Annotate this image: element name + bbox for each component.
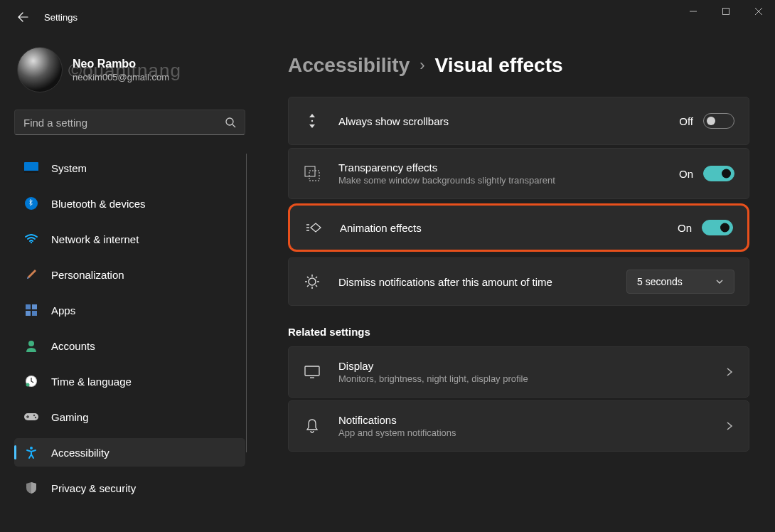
chevron-right-icon [725,421,734,431]
transparency-setting[interactable]: Transparency effects Make some window ba… [288,148,749,199]
setting-control: Off [679,113,734,129]
related-display[interactable]: Display Monitors, brightness, night ligh… [288,346,749,398]
sidebar-item-personalization[interactable]: Personalization [14,260,245,289]
setting-text: Dismiss notifications after this amount … [338,276,626,288]
minimize-button[interactable] [677,0,710,23]
titlebar: Settings [0,0,775,34]
sidebar: Neo Rambo neokim005@gmail.com ©ouänitnan… [0,34,252,532]
sidebar-item-bluetooth[interactable]: Bluetooth & devices [14,189,245,218]
search-input[interactable] [23,117,225,129]
breadcrumb-parent[interactable]: Accessibility [288,54,410,77]
toggle-state-label: On [679,168,693,180]
minimize-icon [690,8,697,15]
setting-text: Transparency effects Make some window ba… [338,161,679,186]
settings-window: Settings Neo Rambo neokim005@gmail.com © [0,0,775,532]
transparency-icon [303,166,321,181]
sidebar-item-system[interactable]: System [14,154,245,182]
related-settings-header: Related settings [288,326,749,338]
sidebar-item-label: Time & language [51,376,132,388]
setting-title: Animation effects [340,222,678,234]
setting-text: Animation effects [340,222,678,234]
chevron-right-icon: › [419,56,424,75]
svg-rect-6 [26,304,31,309]
svg-point-15 [33,415,35,416]
sidebar-item-accounts[interactable]: Accounts [14,331,245,360]
svg-rect-19 [305,166,315,176]
setting-control: 5 seconds [626,270,734,294]
sidebar-item-label: System [51,162,87,174]
brush-icon [24,267,38,282]
sidebar-item-accessibility[interactable]: Accessibility [14,438,245,467]
sidebar-item-label: Bluetooth & devices [51,198,146,210]
sidebar-item-label: Apps [51,304,75,316]
scrollbars-toggle[interactable] [703,113,734,129]
svg-point-5 [31,242,32,243]
scrollbars-icon [303,112,321,129]
close-button[interactable] [742,0,775,23]
window-controls [677,0,775,23]
accessibility-icon [24,445,38,459]
back-button[interactable] [13,7,33,27]
chevron-right-icon [725,367,734,377]
svg-rect-8 [26,311,31,316]
sidebar-item-label: Accounts [51,340,95,352]
sidebar-item-label: Personalization [51,269,124,281]
svg-rect-0 [723,9,729,15]
setting-title: Notifications [338,414,725,426]
animation-icon [304,220,323,235]
user-name: Neo Rambo [73,58,169,70]
svg-rect-22 [305,366,319,376]
user-block[interactable]: Neo Rambo neokim005@gmail.com [17,47,245,92]
svg-rect-2 [24,162,38,172]
search-box[interactable] [14,110,245,135]
transparency-toggle[interactable] [703,166,734,181]
scrollbars-setting[interactable]: Always show scrollbars Off [288,97,749,145]
dismiss-time-setting[interactable]: Dismiss notifications after this amount … [288,257,749,306]
svg-point-13 [26,383,30,387]
shield-icon [24,481,38,495]
user-email: neokim005@gmail.com [73,72,169,83]
svg-point-1 [226,118,233,125]
svg-point-18 [311,120,313,122]
sidebar-item-gaming[interactable]: Gaming [14,403,245,431]
clock-icon [24,374,38,388]
system-icon [24,161,38,175]
wifi-icon [24,232,38,246]
sidebar-item-label: Accessibility [51,447,109,459]
search-icon [225,117,236,128]
nav-list: System Bluetooth & devices Network & int… [14,154,245,502]
back-arrow-icon [17,11,28,23]
sidebar-item-apps[interactable]: Apps [14,296,245,324]
setting-title: Dismiss notifications after this amount … [338,276,626,288]
animation-toggle[interactable] [702,220,733,235]
related-notifications[interactable]: Notifications App and system notificatio… [288,400,749,452]
svg-rect-9 [32,311,37,316]
animation-setting[interactable]: Animation effects On [288,203,749,252]
maximize-button[interactable] [710,0,742,23]
apps-icon [24,303,38,317]
svg-point-21 [309,278,316,285]
layout: Neo Rambo neokim005@gmail.com ©ouänitnan… [0,34,775,532]
setting-control: On [678,220,733,235]
toggle-state-label: On [678,222,692,234]
sidebar-item-privacy[interactable]: Privacy & security [14,474,245,502]
app-title: Settings [44,12,78,23]
sidebar-item-network[interactable]: Network & internet [14,225,245,253]
dismiss-time-dropdown[interactable]: 5 seconds [626,270,734,294]
maximize-icon [722,8,729,15]
main-content: Accessibility › Visual effects Always sh… [252,34,775,532]
person-icon [24,339,38,353]
svg-point-17 [30,447,33,449]
svg-point-16 [35,417,36,418]
bluetooth-icon [24,196,38,211]
setting-text: Notifications App and system notificatio… [338,414,725,438]
setting-title: Transparency effects [338,161,679,174]
gaming-icon [24,410,38,424]
svg-rect-3 [24,171,38,173]
setting-control: On [679,166,734,181]
brightness-icon [303,273,321,290]
svg-point-10 [28,341,34,346]
sidebar-item-time[interactable]: Time & language [14,367,245,395]
sidebar-item-label: Privacy & security [51,482,136,494]
chevron-down-icon [715,277,724,286]
